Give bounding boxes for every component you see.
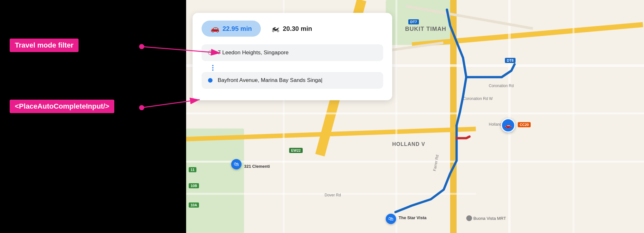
travel-mode-row: 🚗 22.95 min 🏍 20.30 min — [202, 21, 383, 37]
car-icon: 🚗 — [211, 24, 219, 33]
origin-dot-icon — [208, 50, 213, 55]
moto-icon: 🏍 — [271, 24, 279, 34]
moto-mode-button[interactable]: 🏍 20.30 min — [271, 24, 312, 34]
dt8-sign: DT8 — [505, 58, 516, 63]
coronation-rd-label: Coronation Rd — [489, 84, 514, 88]
clementi-label: 321 Clementi — [244, 164, 270, 169]
dt7-sign: DT7 — [408, 19, 419, 24]
directions-overlay-card: 🚗 22.95 min 🏍 20.30 min 7 Leedon Heights… — [193, 13, 392, 100]
destination-text: Bayfront Avenue, Marina Bay Sands Singa| — [218, 77, 322, 84]
coronation-rd-w-label: Coronation Rd W — [463, 96, 493, 101]
dover-rd-label: Dover Rd — [325, 193, 341, 197]
cc20-sign: CC20 — [518, 122, 531, 127]
left-annotation-panel: Travel mode filter <PlaceAutoCompleteInp… — [0, 0, 187, 233]
annotation-place-autocomplete: <PlaceAutoCompleteInput/> — [10, 100, 114, 113]
annotation-travel-mode: Travel mode filter — [10, 39, 79, 52]
map-container: BUKIT TIMAH HOLLAND V Coronation Rd Coro… — [186, 0, 644, 233]
connector-dots — [211, 65, 215, 71]
origin-text: 7 Leedon Heights, Singapore — [218, 49, 289, 56]
car-location-marker: 🚗 — [501, 118, 515, 132]
star-vista-pin[interactable]: 🛍 — [386, 214, 396, 224]
car-time: 22.95 min — [223, 25, 252, 32]
ew22-sign: EW22 — [289, 148, 303, 153]
travel-mode-label: Travel mode filter — [10, 39, 79, 52]
car-mode-button[interactable]: 🚗 22.95 min — [202, 21, 261, 37]
r11-badge: 11 — [189, 167, 196, 172]
holland-v-label: HOLLAND V — [392, 141, 425, 147]
clementi-shop-pin[interactable]: 🛍 — [231, 159, 242, 169]
origin-input-field[interactable]: 7 Leedon Heights, Singapore — [202, 44, 383, 61]
buona-vista-label: Buona Vista MRT — [466, 215, 506, 221]
star-vista-label: The Star Vista — [399, 215, 426, 220]
place-autocomplete-label: <PlaceAutoCompleteInput/> — [10, 100, 114, 113]
moto-time: 20.30 min — [283, 25, 312, 32]
r10b-badge: 10B — [189, 183, 199, 188]
r10a-badge: 10A — [189, 202, 199, 208]
destination-input-field[interactable]: Bayfront Avenue, Marina Bay Sands Singa| — [202, 72, 383, 89]
bukit-timah-label: BUKIT TIMAH — [405, 26, 446, 32]
destination-dot-icon — [208, 78, 213, 83]
